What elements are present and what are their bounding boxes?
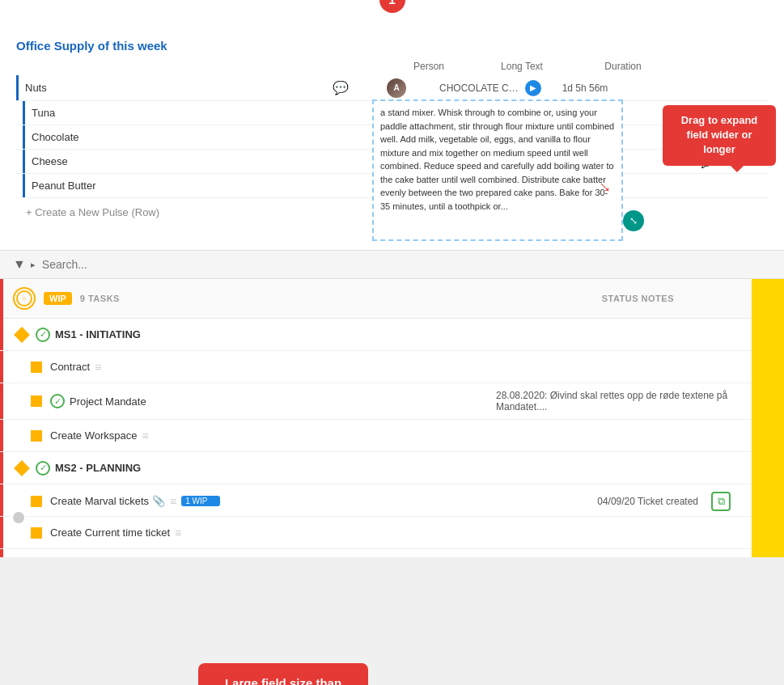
board-body: ○ WIP 9 TASKS STATUS NOTES ✓ MS1 - INITI…	[0, 279, 784, 557]
text-cell-expanded: a stand mixer. Whisk through to combine …	[372, 99, 623, 241]
ms2-check-icon: ✓	[36, 461, 50, 476]
current-time-name: Create Current time ticket	[50, 526, 170, 539]
yellow-right-bar	[752, 279, 784, 557]
workspace-name: Create Workspace	[50, 429, 137, 442]
wip-header: ○ WIP 9 TASKS STATUS NOTES	[0, 279, 784, 319]
wip-tag: 1 WIP	[181, 496, 220, 506]
wip-circle: ○	[13, 287, 36, 310]
arrow-icon: ▸	[31, 260, 36, 270]
duration-cell: 1d 5h 56m	[545, 82, 625, 94]
board-title: Office Supply of this week	[16, 39, 768, 53]
task-row-project-mandate: ✓ Project Mandate 28.08.2020: Øivind ska…	[0, 383, 784, 420]
chat-icon: 💬	[333, 80, 349, 95]
contract-name: Contract	[50, 361, 90, 373]
copy-icon[interactable]: ⧉	[711, 492, 731, 511]
task-row-ms2: ✓ MS2 - PLANNING	[0, 452, 784, 484]
text-cell-content: a stand mixer. Whisk through to combine …	[380, 106, 615, 213]
col-duration: Duration	[574, 61, 672, 72]
task-row-current-time: Create Current time ticket ≡ -	[0, 517, 784, 549]
contract-equals: ≡	[95, 361, 101, 374]
step-badge: 1	[379, 0, 405, 13]
marval-square-icon	[31, 496, 42, 507]
col-long-text: Long Text	[469, 61, 574, 72]
wip-badge: WIP	[44, 292, 72, 305]
large-field-tooltip: Large field size than two rows of text a…	[198, 663, 368, 685]
tasks-count: 9 TASKS	[80, 294, 120, 303]
search-input[interactable]	[42, 258, 771, 271]
marval-equals: ≡	[170, 495, 176, 508]
mandate-status: 28.08.2020: Øivind skal rettes opp de rø…	[496, 390, 771, 412]
ms1-name: MS1 - INITIATING	[55, 328, 141, 340]
ms1-check-icon: ✓	[36, 328, 50, 342]
choc-text: CHOCOLATE CAKE RECIPE...	[439, 82, 522, 94]
left-circle	[11, 510, 26, 525]
avatar: A	[387, 78, 406, 98]
current-time-square-icon	[31, 527, 42, 539]
drag-tooltip: Drag to expand field wider or longer	[663, 105, 776, 166]
mandate-check-icon: ✓	[50, 394, 65, 408]
mandate-name: Project Mandate	[70, 395, 146, 408]
marval-status: 04/09/20 Ticket created	[597, 496, 706, 507]
play-button[interactable]: ▶	[525, 80, 541, 96]
search-bar: ▼ ▸	[0, 251, 784, 279]
workspace-equals: ≡	[142, 429, 148, 442]
marval-name: Create Marval tickets	[50, 495, 149, 507]
row-nuts: Nuts	[19, 82, 180, 94]
mandate-square-icon	[31, 395, 42, 407]
paperclip-icon: 📎	[152, 495, 165, 507]
ms2-name: MS2 - PLANNING	[55, 462, 141, 474]
diamond-icon	[14, 327, 30, 343]
contract-square-icon	[31, 362, 42, 373]
resize-handle[interactable]: ⤡	[623, 210, 644, 231]
wip-dot	[211, 499, 216, 504]
col-person: Person	[388, 61, 469, 72]
current-time-equals: ≡	[175, 526, 181, 539]
task-row-workspace: Create Workspace ≡ -	[0, 420, 784, 452]
wip-inner: ○	[16, 290, 32, 307]
diamond-icon-2	[14, 460, 30, 476]
workspace-square-icon	[31, 430, 42, 442]
task-row-contract: Contract ≡ -	[0, 351, 784, 383]
task-row-marval: Create Marval tickets 📎 ≡ 1 WIP 04/09/20…	[0, 484, 784, 517]
status-notes-label: STATUS NOTES	[602, 294, 674, 303]
filter-icon: ▼	[13, 257, 26, 272]
task-row-ms1: ✓ MS1 - INITIATING -	[0, 319, 784, 351]
